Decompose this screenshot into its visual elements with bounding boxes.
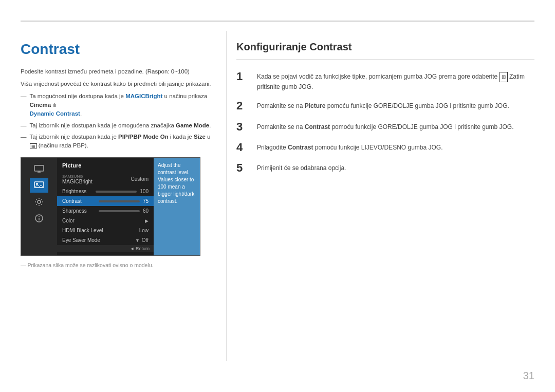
contrast-bold-3: Contrast: [305, 123, 330, 130]
menu-row-magic: SAMSUNGMAGICBright Custom: [57, 172, 154, 186]
step-text-1: Kada se pojavi vodič za funkcijske tipke…: [257, 70, 534, 92]
game-mode-label: Game Mode: [176, 122, 209, 128]
left-panel: Contrast Podesite kontrast između predme…: [21, 31, 216, 361]
menu-row-color: Color ▶: [57, 216, 154, 226]
eye-saver-group: ▼ Off: [135, 237, 149, 243]
menu-row-brightness: Brightness 100: [57, 186, 154, 196]
note-1-text: Ta mogućnost nije dostupna kada je MAGIC…: [30, 92, 216, 119]
footnote: Prikazana slika može se razlikovati ovis…: [21, 262, 216, 268]
picture-icon: [30, 178, 48, 193]
info-icon: [30, 211, 48, 226]
screen-preview: Picture SAMSUNGMAGICBright Custom Bright…: [21, 157, 200, 256]
step-item-3: 3 Pomaknite se na Contrast pomoću funkci…: [236, 120, 534, 134]
screen-menu: Picture SAMSUNGMAGICBright Custom Bright…: [57, 158, 154, 255]
pbp-mode-label: PIP/PBP Mode On: [118, 134, 169, 140]
note-2-text: Taj izbornik nije dostupan kada je omogu…: [30, 121, 211, 130]
note-item-3: Taj izbornik nije dostupan kada je PIP/P…: [21, 133, 216, 151]
magic-bright-label: MAGICBright: [125, 93, 162, 99]
menu-row-contrast: Contrast 75: [57, 196, 154, 206]
grid-icon: ⊞: [499, 72, 508, 82]
magic-bright-row-value: Custom: [131, 176, 149, 182]
menu-row-eye: Eye Saver Mode ▼ Off: [57, 235, 154, 245]
page-number: 31: [523, 370, 534, 382]
size-label: Size: [194, 134, 206, 140]
contrast-slider-group: 75: [99, 198, 149, 204]
step-item-1: 1 Kada se pojavi vodič za funkcijske tip…: [236, 70, 534, 92]
page-title: Contrast: [21, 41, 216, 58]
note-item-1: Ta mogućnost nije dostupna kada je MAGIC…: [21, 92, 216, 119]
settings-icon: [30, 195, 48, 209]
magic-bright-row-label: SAMSUNGMAGICBright: [62, 174, 92, 184]
note-3-text: Taj izbornik nije dostupan kada je PIP/P…: [30, 133, 216, 151]
step-text-3: Pomaknite se na Contrast pomoću funkcije…: [257, 120, 514, 132]
dynamic-contrast-label: Dynamic Contrast: [30, 110, 80, 117]
contrast-slider: [99, 200, 140, 202]
step-number-5: 5: [236, 161, 249, 175]
screen-icons: [21, 158, 57, 255]
svg-point-4: [36, 183, 38, 185]
tooltip-box: Adjust the contrast level. Values closer…: [154, 158, 200, 255]
step-number-2: 2: [236, 99, 249, 113]
contrast-bold-4: Contrast: [288, 144, 313, 151]
color-arrow: ▶: [145, 218, 149, 223]
monitor-icon: [30, 162, 48, 176]
step-text-2: Pomaknite se na Picture pomoću funkcije …: [257, 99, 509, 111]
menu-row-sharpness: Sharpness 60: [57, 206, 154, 216]
body-text-1: Podesite kontrast između predmeta i poza…: [21, 67, 216, 76]
section-title: Konfiguriranje Contrast: [236, 41, 534, 60]
body-text-2: Viša vrijednost povećat će kontrast kako…: [21, 79, 216, 88]
note-item-2: Taj izbornik nije dostupan kada je omogu…: [21, 121, 216, 130]
brightness-slider-group: 100: [96, 189, 149, 194]
sharpness-slider-group: 60: [99, 208, 149, 214]
menu-header: Picture: [57, 161, 154, 172]
step-item-5: 5 Primijenit će se odabrana opcija.: [236, 161, 534, 175]
step-list: 1 Kada se pojavi vodič za funkcijske tip…: [236, 70, 534, 175]
top-divider: [21, 21, 534, 22]
step-number-1: 1: [236, 70, 249, 83]
sharpness-slider: [99, 210, 140, 212]
vertical-divider: [226, 31, 227, 361]
cinema-label: Cinema: [30, 102, 51, 108]
eye-down-arrow: ▼: [135, 238, 140, 243]
menu-row-hdmi: HDMI Black Level Low: [57, 226, 154, 235]
svg-rect-0: [34, 165, 44, 171]
step-number-4: 4: [236, 141, 249, 154]
right-panel: Konfiguriranje Contrast 1 Kada se pojavi…: [236, 31, 534, 361]
picture-bold: Picture: [305, 102, 326, 109]
return-bar: ◄ Return: [57, 245, 154, 252]
svg-point-5: [38, 200, 41, 203]
step-text-5: Primijenit će se odabrana opcija.: [257, 161, 346, 173]
step-item-2: 2 Pomaknite se na Picture pomoću funkcij…: [236, 99, 534, 113]
brightness-slider: [96, 191, 137, 193]
step-item-4: 4 Prilagodite Contrast pomoću funkcije L…: [236, 141, 534, 154]
step-text-4: Prilagodite Contrast pomoću funkcije LIJ…: [257, 141, 443, 153]
step-number-3: 3: [236, 120, 249, 134]
svg-point-8: [39, 216, 40, 217]
